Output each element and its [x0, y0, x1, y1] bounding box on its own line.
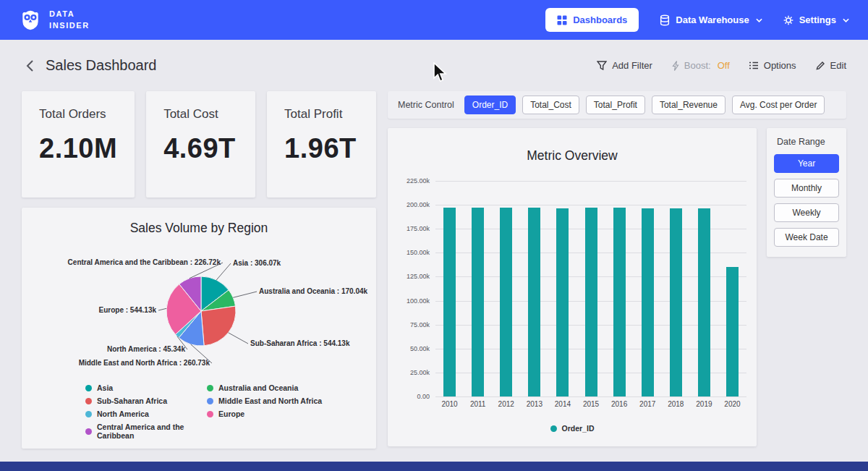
bar-slot-2014 — [548, 181, 576, 396]
bar-2018[interactable] — [670, 208, 682, 396]
kpi-label: Total Orders — [39, 107, 117, 122]
kpi-value: 2.10M — [39, 133, 117, 164]
bar-legend-item-order-id[interactable]: Order_ID — [550, 424, 595, 433]
filter-icon — [597, 61, 607, 70]
pie-chart: Asia : 306.07kAustralia and Oceania : 17… — [22, 246, 376, 375]
bar-2012[interactable] — [500, 208, 512, 396]
right-row: Metric Overview 225.00k200.00k175.00k150… — [388, 128, 846, 446]
y-tick-label: 0.00 — [417, 393, 430, 400]
gridline — [435, 181, 746, 182]
bar-slot-2013 — [520, 181, 548, 396]
x-tick-label: 2018 — [662, 400, 690, 408]
metric-control-bar: Metric Control Order_IDTotal_CostTotal_P… — [388, 91, 846, 119]
legend-item-north-america[interactable]: North America — [85, 410, 207, 418]
back-button[interactable] — [22, 56, 38, 75]
x-tick-label: 2013 — [520, 400, 548, 408]
metric-control-buttons: Order_IDTotal_CostTotal_ProfitTotal_Reve… — [464, 96, 825, 114]
bolt-icon — [671, 61, 679, 71]
legend-dot — [207, 411, 213, 417]
gridline — [435, 396, 746, 397]
metric-button-avg-cost-per-order[interactable]: Avg. Cost per Order — [732, 96, 825, 114]
options-button[interactable]: Options — [749, 60, 796, 71]
nav-data-warehouse[interactable]: Data Warehouse — [659, 14, 762, 26]
bar-slot-2019 — [690, 181, 718, 396]
legend-item-sub-saharan-africa[interactable]: Sub-Saharan Africa — [85, 396, 207, 405]
y-tick-label: 100.00k — [407, 297, 430, 305]
pencil-icon — [815, 61, 825, 71]
x-tick-label: 2014 — [548, 400, 576, 408]
y-tick-label: 25.00k — [410, 369, 430, 376]
footer-strip — [0, 462, 868, 471]
date-range-panel: Date Range YearMonthlyWeeklyWeek Date — [767, 128, 846, 257]
legend-item-central-america-and-the-caribbean[interactable]: Central America and the Caribbean — [85, 423, 207, 440]
legend-label: Asia — [97, 383, 113, 392]
navbar-menu: Dashboards Data Warehouse — [545, 8, 849, 32]
date-range-label: Date Range — [777, 137, 839, 147]
bar-2013[interactable] — [528, 208, 540, 396]
pie-callout-line — [158, 308, 166, 310]
x-tick-label: 2010 — [435, 400, 464, 408]
metric-button-total-profit[interactable]: Total_Profit — [586, 96, 645, 114]
nav-dashboards-button[interactable]: Dashboards — [545, 8, 639, 32]
y-tick-label: 150.00k — [407, 249, 430, 256]
boost-state: Off — [718, 60, 730, 71]
page: Sales Dashboard Add Filter Boost: Off — [0, 40, 868, 449]
legend-item-middle-east-and-north-africa[interactable]: Middle East and North Africa — [207, 396, 322, 405]
edit-button[interactable]: Edit — [815, 60, 846, 71]
date-range-buttons: YearMonthlyWeeklyWeek Date — [774, 154, 839, 247]
pie-legend-column: AsiaSub-Saharan AfricaNorth AmericaCentr… — [85, 383, 207, 440]
pie-chart-card: Sales Volume by Region Asia : 306.07kAus… — [22, 208, 376, 449]
page-title: Sales Dashboard — [46, 57, 156, 74]
top-navbar: DATA INSIDER Dashboards Data Warehouse — [0, 0, 868, 40]
bar-2017[interactable] — [642, 208, 654, 396]
legend-label: Sub-Saharan Africa — [97, 396, 167, 405]
pie-label-asia: Asia : 306.07k — [233, 259, 349, 268]
bar-slot-2016 — [605, 181, 634, 396]
metric-button-order-id[interactable]: Order_ID — [464, 96, 516, 114]
bar-2011[interactable] — [472, 208, 484, 396]
left-column: Total Orders 2.10M Total Cost 4.69T Tota… — [22, 91, 376, 449]
list-icon — [749, 61, 759, 70]
legend-item-australia-and-oceania[interactable]: Australia and Oceania — [207, 383, 322, 392]
date-range-button-year[interactable]: Year — [774, 154, 839, 173]
bar-2020[interactable] — [726, 267, 739, 396]
legend-label: Middle East and North Africa — [218, 396, 322, 405]
kpi-card-total-cost: Total Cost 4.69T — [146, 91, 255, 198]
x-tick-label: 2019 — [690, 400, 718, 408]
bar-chart-legend: Order_ID — [398, 424, 746, 433]
pie-label-central-america-and-the-caribbean: Central America and the Caribbean : 226.… — [40, 258, 221, 267]
bar-chart-title: Metric Overview — [398, 148, 746, 164]
x-tick-label: 2012 — [492, 400, 520, 408]
chevron-left-icon — [26, 59, 34, 72]
bar-slot-2015 — [576, 181, 605, 396]
database-icon — [659, 14, 671, 26]
date-range-button-weekly[interactable]: Weekly — [774, 203, 839, 222]
bar-2014[interactable] — [556, 208, 569, 396]
legend-dot — [550, 425, 557, 432]
metric-control-label: Metric Control — [398, 100, 454, 110]
metric-button-total-cost[interactable]: Total_Cost — [522, 96, 579, 114]
bar-2016[interactable] — [613, 208, 626, 396]
date-range-button-week-date[interactable]: Week Date — [774, 228, 839, 247]
bar-2019[interactable] — [698, 208, 710, 396]
add-filter-button[interactable]: Add Filter — [597, 60, 652, 71]
legend-item-asia[interactable]: Asia — [85, 383, 207, 392]
pie-slice-sub-saharan-africa[interactable] — [201, 306, 236, 346]
pie-legend: AsiaSub-Saharan AfricaNorth AmericaCentr… — [85, 383, 376, 440]
date-range-button-monthly[interactable]: Monthly — [774, 179, 839, 198]
kpi-row: Total Orders 2.10M Total Cost 4.69T Tota… — [22, 91, 376, 198]
bar-2010[interactable] — [443, 208, 456, 396]
boost-toggle[interactable]: Boost: Off — [671, 60, 730, 71]
kpi-label: Total Cost — [163, 107, 238, 122]
dashboard-content: Total Orders 2.10M Total Cost 4.69T Tota… — [22, 91, 846, 449]
bar-2015[interactable] — [585, 208, 597, 396]
legend-label: Order_ID — [562, 424, 595, 433]
bar-slot-2010 — [435, 181, 464, 396]
y-tick-label: 125.00k — [407, 273, 430, 280]
legend-dot — [207, 385, 213, 391]
gridline — [435, 205, 746, 205]
nav-settings[interactable]: Settings — [783, 14, 849, 26]
kpi-value: 4.69T — [163, 133, 238, 164]
legend-item-europe[interactable]: Europe — [207, 410, 322, 418]
metric-button-total-revenue[interactable]: Total_Revenue — [652, 96, 726, 114]
